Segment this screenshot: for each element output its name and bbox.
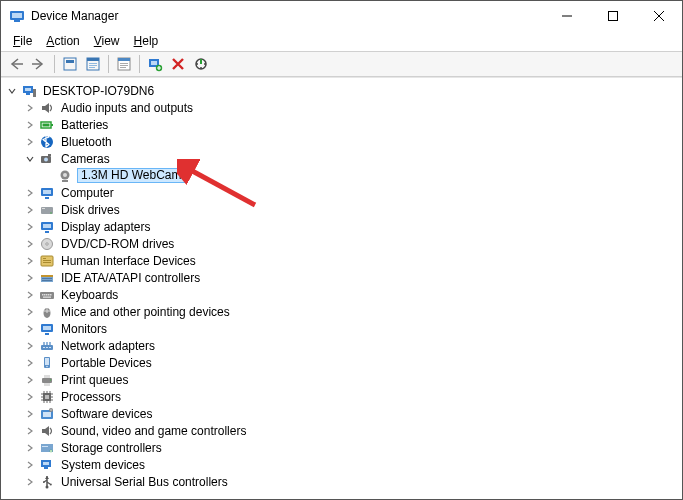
forward-button[interactable] — [28, 53, 50, 75]
chevron-right-icon[interactable] — [23, 237, 37, 251]
svg-point-91 — [50, 483, 52, 485]
chevron-right-icon[interactable] — [23, 254, 37, 268]
menu-view[interactable]: View — [88, 33, 126, 49]
device-tree[interactable]: DESKTOP-IO79DN6Audio inputs and outputsB… — [1, 77, 682, 499]
chevron-right-icon[interactable] — [23, 203, 37, 217]
tree-node-label: IDE ATA/ATAPI controllers — [59, 271, 202, 285]
tree-node[interactable]: Display adapters — [1, 218, 682, 235]
tree-node[interactable]: Processors — [1, 388, 682, 405]
svg-rect-56 — [46, 294, 48, 296]
tree-node[interactable]: Batteries — [1, 116, 682, 133]
chevron-down-icon[interactable] — [23, 152, 37, 166]
chevron-right-icon[interactable] — [23, 305, 37, 319]
svg-rect-51 — [42, 278, 52, 279]
cpu-icon — [39, 389, 55, 405]
show-hidden-button[interactable] — [59, 53, 81, 75]
tree-node[interactable]: Keyboards — [1, 286, 682, 303]
tree-node[interactable]: IDE ATA/ATAPI controllers — [1, 269, 682, 286]
tree-root[interactable]: DESKTOP-IO79DN6 — [1, 82, 682, 99]
properties-button[interactable] — [113, 53, 135, 75]
chevron-right-icon[interactable] — [23, 339, 37, 353]
tree-node[interactable]: Portable Devices — [1, 354, 682, 371]
maximize-button[interactable] — [590, 1, 636, 31]
tree-node[interactable]: Cameras — [1, 150, 682, 167]
toolbar-separator — [139, 55, 140, 73]
tree-node[interactable]: Universal Serial Bus controllers — [1, 473, 682, 490]
update-driver-button[interactable] — [144, 53, 166, 75]
svg-rect-68 — [46, 347, 48, 348]
toolbar-separator — [54, 55, 55, 73]
chevron-right-icon[interactable] — [23, 118, 37, 132]
svg-rect-5 — [66, 60, 74, 63]
tree-node[interactable]: Computer — [1, 184, 682, 201]
svg-rect-52 — [42, 280, 52, 281]
app-icon — [9, 8, 25, 24]
tree-node[interactable]: System devices — [1, 456, 682, 473]
svg-rect-23 — [33, 89, 36, 97]
menu-help[interactable]: Help — [128, 33, 165, 49]
svg-point-29 — [44, 157, 48, 161]
device-manager-window: Device Manager File Action View Help — [0, 0, 683, 500]
chevron-right-icon[interactable] — [23, 101, 37, 115]
tree-node[interactable]: Sound, video and game controllers — [1, 422, 682, 439]
help-button[interactable] — [82, 53, 104, 75]
tree-node-label: Disk drives — [59, 203, 122, 217]
tree-leaf[interactable]: 1.3M HD WebCam — [1, 167, 682, 184]
svg-rect-54 — [42, 294, 44, 296]
chevron-right-icon[interactable] — [23, 356, 37, 370]
tree-node-label: Portable Devices — [59, 356, 154, 370]
tree-node[interactable]: Audio inputs and outputs — [1, 99, 682, 116]
chevron-placeholder — [41, 169, 55, 183]
chevron-right-icon[interactable] — [23, 373, 37, 387]
chevron-right-icon[interactable] — [23, 322, 37, 336]
svg-rect-30 — [48, 154, 51, 156]
chevron-right-icon[interactable] — [23, 288, 37, 302]
svg-rect-2 — [14, 20, 20, 22]
svg-rect-74 — [44, 375, 50, 378]
svg-rect-90 — [43, 481, 45, 483]
chevron-right-icon[interactable] — [23, 475, 37, 489]
disk-icon — [39, 202, 55, 218]
svg-rect-25 — [51, 124, 53, 126]
back-button[interactable] — [5, 53, 27, 75]
uninstall-button[interactable] — [167, 53, 189, 75]
svg-rect-10 — [89, 67, 95, 68]
svg-rect-85 — [42, 446, 48, 447]
chevron-right-icon[interactable] — [23, 271, 37, 285]
minimize-button[interactable] — [544, 1, 590, 31]
tree-node[interactable]: Bluetooth — [1, 133, 682, 150]
svg-rect-8 — [89, 63, 97, 64]
tree-node[interactable]: Mice and other pointing devices — [1, 303, 682, 320]
chevron-right-icon[interactable] — [23, 220, 37, 234]
svg-rect-48 — [43, 262, 51, 263]
tree-node[interactable]: Print queues — [1, 371, 682, 388]
tree-node[interactable]: Network adapters — [1, 337, 682, 354]
svg-rect-36 — [45, 197, 49, 199]
svg-rect-15 — [120, 67, 126, 68]
chevron-right-icon[interactable] — [23, 186, 37, 200]
menu-action[interactable]: Action — [40, 33, 85, 49]
chevron-right-icon[interactable] — [23, 458, 37, 472]
tree-node[interactable]: Monitors — [1, 320, 682, 337]
tree-node[interactable]: Storage controllers — [1, 439, 682, 456]
tree-node-label: Sound, video and game controllers — [59, 424, 248, 438]
chevron-right-icon[interactable] — [23, 135, 37, 149]
svg-rect-88 — [44, 467, 48, 469]
tree-node[interactable]: Software devices — [1, 405, 682, 422]
tree-node[interactable]: Human Interface Devices — [1, 252, 682, 269]
tree-node-label: Processors — [59, 390, 123, 404]
chevron-right-icon[interactable] — [23, 390, 37, 404]
chevron-right-icon[interactable] — [23, 424, 37, 438]
tree-node[interactable]: DVD/CD-ROM drives — [1, 235, 682, 252]
tree-node[interactable]: Disk drives — [1, 201, 682, 218]
chevron-down-icon[interactable] — [5, 84, 19, 98]
svg-point-82 — [50, 409, 52, 411]
menu-file[interactable]: File — [7, 33, 38, 49]
scan-button[interactable] — [190, 53, 212, 75]
close-button[interactable] — [636, 1, 682, 31]
tree-node-label: Bluetooth — [59, 135, 114, 149]
speaker-icon — [39, 423, 55, 439]
chevron-right-icon[interactable] — [23, 407, 37, 421]
portable-icon — [39, 355, 55, 371]
chevron-right-icon[interactable] — [23, 441, 37, 455]
